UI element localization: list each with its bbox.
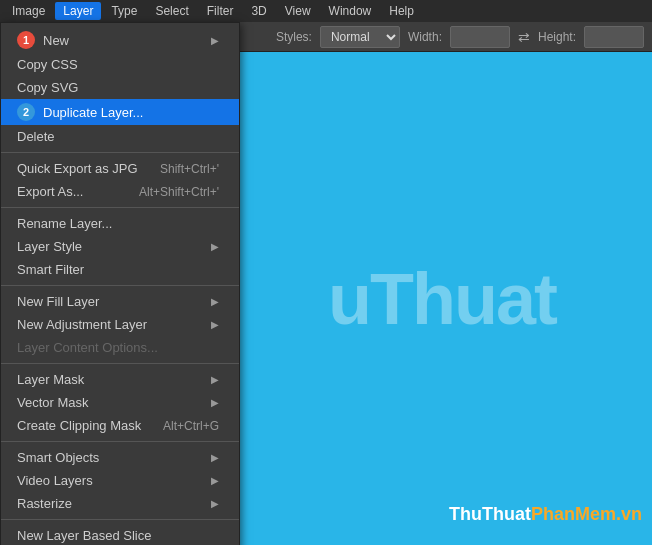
menu-select[interactable]: Select xyxy=(147,2,196,20)
menu-item-vector-mask[interactable]: Vector Mask ▶ xyxy=(1,391,239,414)
menu-item-new-adjustment-layer[interactable]: New Adjustment Layer ▶ xyxy=(1,313,239,336)
menu-item-create-clipping-mask-label: Create Clipping Mask xyxy=(17,418,141,433)
menu-item-new-adjustment-layer-label: New Adjustment Layer xyxy=(17,317,147,332)
canvas-background: uThuat ThuThuatPhanMem.vn xyxy=(232,52,652,545)
menu-bar: Image Layer Type Select Filter 3D View W… xyxy=(0,0,652,22)
refresh-icon: ⇄ xyxy=(518,29,530,45)
menu-item-quick-export-label: Quick Export as JPG xyxy=(17,161,138,176)
menu-item-new[interactable]: 1 New ▶ xyxy=(1,27,239,53)
layer-style-arrow-icon: ▶ xyxy=(211,241,219,252)
menu-window[interactable]: Window xyxy=(321,2,380,20)
vector-mask-arrow-icon: ▶ xyxy=(211,397,219,408)
menu-item-layer-mask-label: Layer Mask xyxy=(17,372,84,387)
menu-view[interactable]: View xyxy=(277,2,319,20)
menu-item-layer-content-options-label: Layer Content Options... xyxy=(17,340,158,355)
smart-objects-arrow-icon: ▶ xyxy=(211,452,219,463)
menu-item-vector-mask-label: Vector Mask xyxy=(17,395,89,410)
video-layers-arrow-icon: ▶ xyxy=(211,475,219,486)
height-input[interactable] xyxy=(584,26,644,48)
menu-item-rasterize-label: Rasterize xyxy=(17,496,72,511)
separator-1 xyxy=(1,152,239,153)
menu-item-smart-objects[interactable]: Smart Objects ▶ xyxy=(1,446,239,469)
menu-image[interactable]: Image xyxy=(4,2,53,20)
menu-item-new-layer-based-slice[interactable]: New Layer Based Slice xyxy=(1,524,239,545)
menu-item-copy-css[interactable]: Copy CSS xyxy=(1,53,239,76)
canvas-text: uThuat xyxy=(328,258,556,340)
separator-4 xyxy=(1,363,239,364)
menu-3d[interactable]: 3D xyxy=(243,2,274,20)
menu-item-quick-export-shortcut: Shift+Ctrl+' xyxy=(160,162,219,176)
new-arrow-icon: ▶ xyxy=(211,35,219,46)
menu-item-layer-style[interactable]: Layer Style ▶ xyxy=(1,235,239,258)
menu-type[interactable]: Type xyxy=(103,2,145,20)
menu-item-quick-export[interactable]: Quick Export as JPG Shift+Ctrl+' xyxy=(1,157,239,180)
watermark: ThuThuatPhanMem.vn xyxy=(449,504,642,525)
menu-item-export-as-shortcut: Alt+Shift+Ctrl+' xyxy=(139,185,219,199)
menu-item-rasterize[interactable]: Rasterize ▶ xyxy=(1,492,239,515)
separator-3 xyxy=(1,285,239,286)
menu-item-new-layer-based-slice-label: New Layer Based Slice xyxy=(17,528,151,543)
menu-item-duplicate-layer[interactable]: 2 Duplicate Layer... xyxy=(1,99,239,125)
menu-item-new-fill-layer-label: New Fill Layer xyxy=(17,294,99,309)
menu-item-smart-filter-label: Smart Filter xyxy=(17,262,84,277)
rasterize-arrow-icon: ▶ xyxy=(211,498,219,509)
menu-item-create-clipping-mask[interactable]: Create Clipping Mask Alt+Ctrl+G xyxy=(1,414,239,437)
menu-item-video-layers[interactable]: Video Layers ▶ xyxy=(1,469,239,492)
styles-select[interactable]: Normal Dissolve Multiply xyxy=(320,26,400,48)
menu-item-layer-mask[interactable]: Layer Mask ▶ xyxy=(1,368,239,391)
separator-5 xyxy=(1,441,239,442)
new-adjustment-arrow-icon: ▶ xyxy=(211,319,219,330)
separator-6 xyxy=(1,519,239,520)
styles-label: Styles: xyxy=(276,30,312,44)
menu-filter[interactable]: Filter xyxy=(199,2,242,20)
menu-item-duplicate-layer-label: Duplicate Layer... xyxy=(43,105,143,120)
menu-item-new-fill-layer[interactable]: New Fill Layer ▶ xyxy=(1,290,239,313)
new-fill-layer-arrow-icon: ▶ xyxy=(211,296,219,307)
menu-item-smart-objects-label: Smart Objects xyxy=(17,450,99,465)
width-label: Width: xyxy=(408,30,442,44)
badge-1: 1 xyxy=(17,31,35,49)
menu-item-smart-filter[interactable]: Smart Filter xyxy=(1,258,239,281)
layer-dropdown-overlay: 1 New ▶ Copy CSS Copy SVG 2 Duplicate La… xyxy=(0,22,240,545)
layer-dropdown-menu: 1 New ▶ Copy CSS Copy SVG 2 Duplicate La… xyxy=(0,22,240,545)
menu-help[interactable]: Help xyxy=(381,2,422,20)
menu-layer[interactable]: Layer xyxy=(55,2,101,20)
badge-2: 2 xyxy=(17,103,35,121)
menu-item-delete[interactable]: Delete xyxy=(1,125,239,148)
menu-item-new-label: New xyxy=(43,33,69,48)
separator-2 xyxy=(1,207,239,208)
menu-item-export-as-label: Export As... xyxy=(17,184,83,199)
menu-item-layer-style-label: Layer Style xyxy=(17,239,82,254)
menu-item-delete-label: Delete xyxy=(17,129,55,144)
menu-item-rename-layer-label: Rename Layer... xyxy=(17,216,112,231)
height-label: Height: xyxy=(538,30,576,44)
layer-mask-arrow-icon: ▶ xyxy=(211,374,219,385)
width-input[interactable] xyxy=(450,26,510,48)
menu-item-video-layers-label: Video Layers xyxy=(17,473,93,488)
menu-item-copy-svg[interactable]: Copy SVG xyxy=(1,76,239,99)
create-clipping-mask-shortcut: Alt+Ctrl+G xyxy=(163,419,219,433)
menu-item-export-as[interactable]: Export As... Alt+Shift+Ctrl+' xyxy=(1,180,239,203)
menu-item-copy-svg-label: Copy SVG xyxy=(17,80,78,95)
menu-item-copy-css-label: Copy CSS xyxy=(17,57,78,72)
menu-item-layer-content-options: Layer Content Options... xyxy=(1,336,239,359)
menu-item-rename-layer[interactable]: Rename Layer... xyxy=(1,212,239,235)
